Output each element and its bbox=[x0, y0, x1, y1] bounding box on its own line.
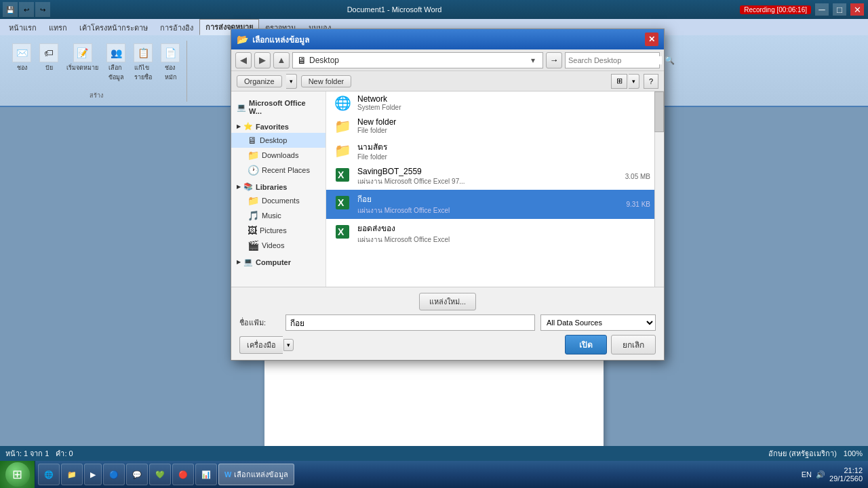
open-button[interactable]: เปิด bbox=[565, 335, 607, 354]
new-folder-button[interactable]: New folder bbox=[301, 75, 352, 87]
savingbot-name: SavingBOT_2559 bbox=[357, 167, 611, 176]
taskbar-word[interactable]: W เลือกแหล่งข้อมูล bbox=[218, 464, 294, 485]
ribbon-btn-start-merge[interactable]: 📝 เริ่มจดหมาย bbox=[64, 42, 101, 74]
computer-label: Computer bbox=[256, 258, 291, 266]
nav-section-favorites: ▸ ⭐ Favorites 🖥 Desktop 📁 Downloads bbox=[231, 119, 326, 179]
taskbar-chrome[interactable]: 🔵 bbox=[103, 464, 125, 485]
taskbar-explorer[interactable]: 📁 bbox=[61, 464, 83, 485]
file-item-namsat[interactable]: 📁 นามสัตร File folder bbox=[326, 138, 664, 164]
file-item-kioy[interactable]: X กีอย แผ่นงาน Microsoft Office Excel 9.… bbox=[326, 190, 664, 219]
nav-item-desktop[interactable]: 🖥 Desktop bbox=[231, 133, 326, 148]
maximize-btn[interactable]: □ bbox=[833, 3, 846, 16]
ribbon-btn-select-recipients[interactable]: 👥 เลือกข้อมูล bbox=[104, 42, 128, 83]
dialog-nav-toolbar: ◀ ▶ ▲ 🖥 Desktop ▾ → 🔍 bbox=[231, 49, 664, 71]
windows-orb: ⊞ bbox=[5, 462, 30, 487]
new-folder-footer-btn[interactable]: แหล่งใหม่... bbox=[419, 293, 476, 310]
favorites-label: Favorites bbox=[256, 123, 289, 131]
nav-item-pictures[interactable]: 🖼 Pictures bbox=[231, 223, 326, 238]
recipients-icon: 👥 bbox=[106, 43, 125, 62]
zoom-status: 100% bbox=[844, 449, 863, 458]
search-icon: 🔍 bbox=[665, 56, 675, 65]
organize-button[interactable]: Organize bbox=[237, 75, 282, 87]
dialog-close-button[interactable]: ✕ bbox=[645, 33, 658, 46]
footer-buttons-row: เครื่องมือ ▾ เปิด ยกเลิก bbox=[239, 335, 656, 354]
nav-libraries-header[interactable]: ▸ 📚 Libraries bbox=[231, 180, 326, 193]
forward-button[interactable]: ▶ bbox=[254, 52, 271, 68]
nav-item-music[interactable]: 🎵 Music bbox=[231, 208, 326, 223]
envelope-icon: ✉️ bbox=[12, 43, 31, 62]
tools-dropdown-btn[interactable]: ▾ bbox=[283, 339, 294, 351]
view-toggle-btn[interactable]: ⊞ bbox=[611, 74, 627, 89]
ribbon-btn-edit-list[interactable]: 📋 แก้ไขรายชื่อ bbox=[131, 42, 155, 83]
nav-item-downloads[interactable]: 📁 Downloads bbox=[231, 148, 326, 163]
view-dropdown[interactable]: ▾ bbox=[629, 74, 639, 89]
tab-insert[interactable]: แทรก bbox=[43, 20, 73, 35]
file-item-savingbot[interactable]: X SavingBOT_2559 แผ่นงาน Microsoft Offic… bbox=[326, 164, 664, 190]
yodsong-name: ยอดส่งของ bbox=[357, 222, 650, 235]
up-button[interactable]: ▲ bbox=[273, 52, 290, 68]
taskbar-ie[interactable]: 🌐 bbox=[38, 464, 60, 485]
recent-nav-icon: 🕐 bbox=[248, 165, 259, 176]
nav-office-header[interactable]: 💻 Microsoft Office W... bbox=[231, 97, 326, 117]
organize-dropdown[interactable]: ▾ bbox=[286, 74, 297, 89]
ribbon-btn-label[interactable]: 🏷 ปัย bbox=[37, 42, 61, 74]
undo-quick-btn[interactable]: ↩ bbox=[19, 2, 34, 17]
save-quick-btn[interactable]: 💾 bbox=[3, 2, 18, 17]
taskbar-skype[interactable]: 💬 bbox=[126, 464, 148, 485]
nav-item-videos[interactable]: 🎬 Videos bbox=[231, 238, 326, 253]
taskbar-mediaplayer[interactable]: ▶ bbox=[84, 464, 102, 485]
tab-references[interactable]: การอ้างอิง bbox=[154, 20, 199, 35]
word-toolbar-left: 💾 ↩ ↪ bbox=[0, 0, 53, 19]
file-item-newfolder[interactable]: 📁 New folder File folder bbox=[326, 115, 664, 138]
libraries-icon: 📚 bbox=[243, 182, 253, 191]
kioy-size: 9.31 KB bbox=[616, 201, 650, 208]
footer-new-folder-row: แหล่งใหม่... bbox=[239, 293, 656, 310]
help-button[interactable]: ? bbox=[644, 74, 658, 89]
dialog-body: 💻 Microsoft Office W... ▸ ⭐ Favorites 🖥 bbox=[231, 92, 664, 287]
filename-input[interactable] bbox=[285, 314, 535, 331]
savingbot-type: แผ่นงาน Microsoft Office Excel 97... bbox=[357, 176, 611, 186]
recipients-label: เลือกข้อมูล bbox=[108, 63, 124, 82]
taskbar-excel[interactable]: 📊 bbox=[195, 464, 217, 485]
kioy-name: กีอย bbox=[357, 192, 611, 205]
edit-list-icon: 📋 bbox=[134, 43, 153, 62]
file-list-scrollthumb[interactable] bbox=[654, 92, 664, 132]
back-button[interactable]: ◀ bbox=[235, 52, 252, 68]
tab-pagelayout[interactable]: เค้าโครงหน้ากระดาษ bbox=[73, 20, 154, 35]
search-box[interactable]: 🔍 bbox=[565, 52, 660, 68]
nav-favorites-header[interactable]: ▸ ⭐ Favorites bbox=[231, 120, 326, 133]
svg-text:X: X bbox=[338, 226, 344, 237]
group-create-label: สร้าง bbox=[90, 91, 103, 100]
namsat-name: นามสัตร bbox=[357, 140, 650, 153]
ribbon-btn-field[interactable]: 📄 ช่องหมัก bbox=[158, 42, 182, 83]
namsat-info: นามสัตร File folder bbox=[357, 140, 650, 161]
file-item-yodsong[interactable]: X ยอดส่งของ แผ่นงาน Microsoft Office Exc… bbox=[326, 219, 664, 248]
start-button[interactable]: ⊞ bbox=[0, 461, 35, 488]
ribbon-btn-envelope[interactable]: ✉️ ชอง bbox=[9, 42, 34, 74]
lang-indicator: EN bbox=[802, 470, 812, 479]
minimize-btn[interactable]: ─ bbox=[815, 3, 829, 16]
address-dropdown-btn[interactable]: ▾ bbox=[528, 53, 538, 68]
tab-home[interactable]: หน้าแรก bbox=[3, 20, 43, 35]
close-window-btn[interactable]: ✕ bbox=[850, 3, 864, 16]
desktop-nav-icon: 🖥 bbox=[248, 135, 257, 146]
tools-main-btn[interactable]: เครื่องมือ bbox=[239, 336, 283, 354]
page-info: หน้า: 1 จาก 1 bbox=[5, 447, 49, 460]
nav-pictures-label: Pictures bbox=[260, 226, 287, 235]
search-input[interactable] bbox=[568, 56, 662, 64]
nav-item-recent[interactable]: 🕐 Recent Places bbox=[231, 163, 326, 178]
file-item-network[interactable]: 🌐 Network System Folder bbox=[326, 92, 664, 115]
nav-computer-header[interactable]: ▸ 💻 Computer bbox=[231, 256, 326, 268]
yodsong-icon: X bbox=[333, 224, 352, 243]
nav-item-documents[interactable]: 📁 Documents bbox=[231, 193, 326, 208]
taskbar-line[interactable]: 💚 bbox=[149, 464, 171, 485]
cancel-button[interactable]: ยกเลิก bbox=[611, 335, 656, 354]
savingbot-size: 3.05 MB bbox=[616, 173, 650, 180]
filetype-select[interactable]: All Data Sources bbox=[540, 314, 656, 331]
address-go-button[interactable]: → bbox=[546, 52, 562, 68]
address-bar[interactable]: 🖥 Desktop ▾ bbox=[292, 52, 543, 68]
redo-quick-btn[interactable]: ↪ bbox=[35, 2, 50, 17]
file-list-scrolltrack[interactable] bbox=[654, 92, 664, 287]
taskbar-red-app[interactable]: 🔴 bbox=[172, 464, 194, 485]
computer-nav-icon: 💻 bbox=[243, 258, 253, 266]
